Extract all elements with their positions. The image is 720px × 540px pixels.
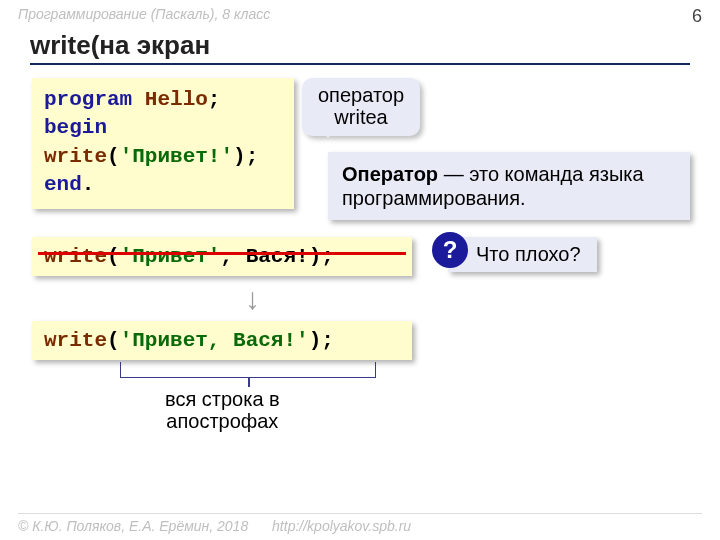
question-box: Что плохо? xyxy=(448,237,597,272)
bracket-label: вся строка в апострофах xyxy=(165,388,280,432)
strikethrough-line xyxy=(38,252,406,255)
code-line: write('Привет!'); xyxy=(44,143,282,171)
annotation-bracket xyxy=(120,362,376,378)
header-bar: Программирование (Паскаль), 8 класс 6 xyxy=(18,6,702,22)
page-title: write(на экран xyxy=(30,30,690,65)
definition-term: Оператор xyxy=(342,163,438,185)
operator-callout: оператор writeа xyxy=(302,78,420,136)
copyright: © К.Ю. Поляков, Е.А. Ерёмин, 2018 xyxy=(18,518,248,534)
code-good-block: write('Привет, Вася!'); xyxy=(32,321,412,360)
code-main-block: program Hello; begin write('Привет!'); e… xyxy=(32,78,294,209)
page-number: 6 xyxy=(692,6,702,27)
callout-line1: оператор xyxy=(318,84,404,106)
footer: © К.Ю. Поляков, Е.А. Ерёмин, 2018 http:/… xyxy=(18,513,702,534)
course-label: Программирование (Паскаль), 8 класс xyxy=(18,6,270,22)
code-bad-block: write('Привет', Вася!); xyxy=(32,237,412,276)
question-mark-icon: ? xyxy=(432,232,468,268)
callout-line2: writeа xyxy=(318,106,404,128)
definition-box: Оператор — это команда языка программиро… xyxy=(328,152,690,220)
code-line: begin xyxy=(44,114,282,142)
code-line: program Hello; xyxy=(44,86,282,114)
code-line: end. xyxy=(44,171,282,199)
arrow-down-icon: ↓ xyxy=(245,282,260,316)
footer-url: http://kpolyakov.spb.ru xyxy=(272,518,411,534)
